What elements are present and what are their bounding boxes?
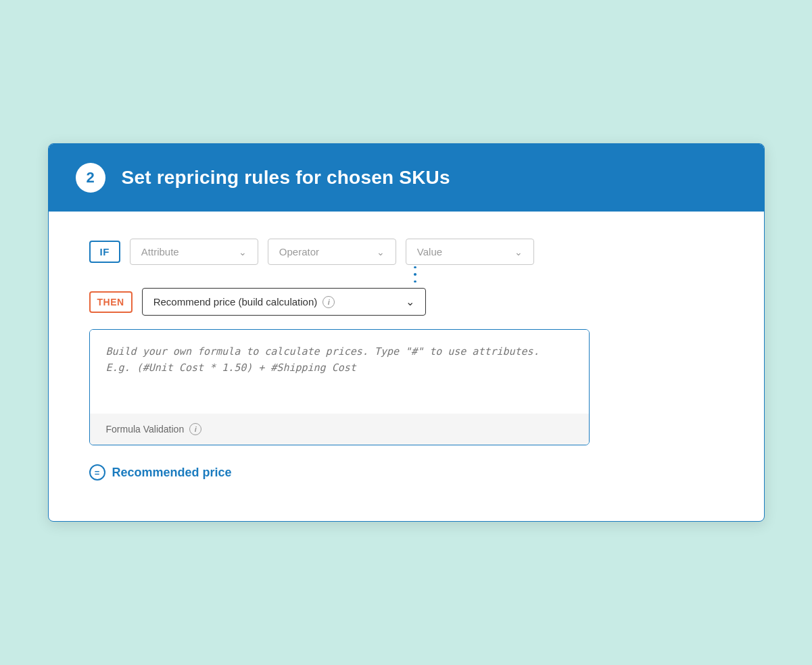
then-row: THEN Recommend price (build calculation)…	[89, 288, 723, 316]
value-dropdown[interactable]: Value ⌄	[406, 239, 534, 265]
connector-dot-2	[414, 273, 416, 275]
operator-dropdown-label: Operator	[279, 246, 319, 257]
action-dropdown-label: Recommend price (build calculation) i	[153, 296, 335, 308]
action-dropdown[interactable]: Recommend price (build calculation) i ⌄	[142, 288, 426, 316]
action-chevron-icon: ⌄	[406, 295, 414, 308]
connector-dot-1	[414, 266, 416, 268]
formula-info-icon[interactable]: i	[189, 423, 201, 435]
connector-line	[89, 265, 723, 284]
then-badge: THEN	[89, 291, 133, 313]
action-info-icon[interactable]: i	[323, 296, 335, 308]
value-dropdown-label: Value	[417, 246, 442, 257]
operator-chevron-icon: ⌄	[377, 247, 385, 257]
if-badge: IF	[89, 241, 120, 263]
card-body: IF Attribute ⌄ Operator ⌄ Value ⌄	[49, 212, 764, 521]
formula-box: Formula Validation i	[89, 329, 590, 445]
attribute-chevron-icon: ⌄	[239, 247, 247, 257]
recommended-price-label: Recommended price	[112, 466, 232, 480]
main-card: 2 Set repricing rules for chosen SKUs IF…	[48, 143, 765, 522]
card-header: 2 Set repricing rules for chosen SKUs	[49, 144, 764, 212]
attribute-dropdown-label: Attribute	[141, 246, 179, 257]
attribute-dropdown[interactable]: Attribute ⌄	[130, 239, 258, 265]
page-title: Set repricing rules for chosen SKUs	[122, 167, 450, 189]
operator-dropdown[interactable]: Operator ⌄	[268, 239, 396, 265]
if-row: IF Attribute ⌄ Operator ⌄ Value ⌄	[89, 239, 723, 265]
formula-validation-label: Formula Validation	[106, 424, 185, 435]
step-badge: 2	[76, 163, 105, 193]
recommended-price-row: = Recommended price	[89, 464, 723, 481]
formula-footer: Formula Validation i	[90, 414, 589, 445]
connector-dot-3	[414, 280, 416, 282]
equals-icon: =	[89, 464, 105, 481]
formula-input[interactable]	[90, 330, 589, 411]
value-chevron-icon: ⌄	[515, 247, 523, 257]
